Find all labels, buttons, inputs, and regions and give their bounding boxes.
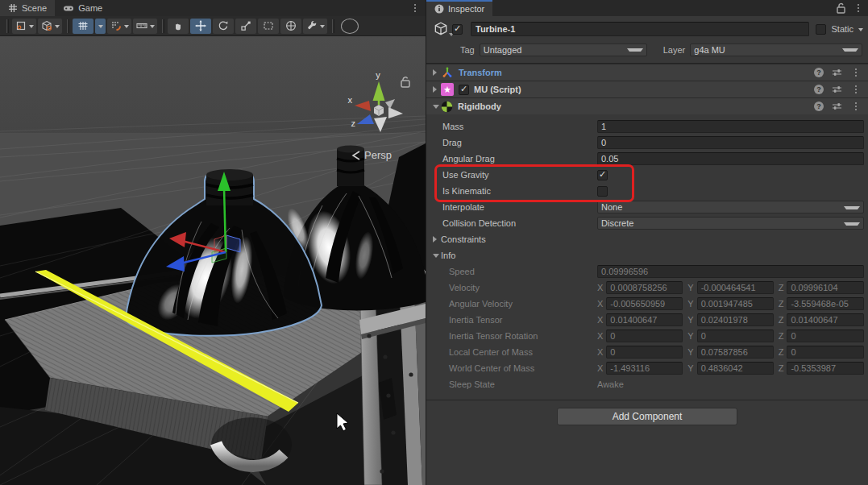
clipped-toolbar-button[interactable] <box>341 19 359 34</box>
component-menu-kebab-icon[interactable] <box>850 83 862 96</box>
snap-settings-button[interactable] <box>107 19 131 34</box>
axis-label-x: X <box>597 347 603 357</box>
component-header-mu-script[interactable]: ★ MU (Script) ? <box>426 81 868 97</box>
foldout-arrow-icon[interactable] <box>431 236 441 242</box>
interpolate-dropdown[interactable]: None <box>597 201 864 213</box>
help-icon[interactable]: ? <box>814 102 824 111</box>
add-component-button[interactable]: Add Component <box>557 408 737 425</box>
inertia-tensor-y-field: 0.02401978 <box>697 313 774 326</box>
world-center-of-mass-y-field: 0.4836042 <box>697 362 774 375</box>
tab-scene[interactable]: Scene <box>0 0 55 16</box>
presets-icon[interactable] <box>832 102 842 111</box>
axis-label-z: Z <box>779 299 784 309</box>
grid-icon <box>8 3 18 13</box>
gameobject-cube-icon[interactable] <box>433 21 452 37</box>
rigidbody-row-local-center-of-mass: Local Center of MassX0Y0.07587856Z0 <box>426 344 868 360</box>
dropdown-arrow-icon <box>844 206 860 212</box>
component-header-transform[interactable]: Transform ? <box>426 64 868 81</box>
static-label: Static <box>831 24 853 34</box>
grid-visibility-dropdown[interactable] <box>95 19 106 34</box>
inspector-panel: Inspector Static <box>426 0 868 485</box>
foldout-arrow-icon[interactable] <box>431 251 441 261</box>
foldout-arrow-icon[interactable] <box>431 69 441 76</box>
rigidbody-title: Rigidbody <box>458 102 501 111</box>
scene-tabbar: Scene Game <box>0 0 426 16</box>
custom-tools-button[interactable] <box>303 19 327 34</box>
static-dropdown-arrow-icon[interactable] <box>858 28 863 34</box>
unlock-icon[interactable] <box>836 2 846 14</box>
presets-icon[interactable] <box>832 85 842 94</box>
help-icon[interactable]: ? <box>814 68 824 77</box>
gameobject-name-field[interactable] <box>471 22 809 36</box>
component-menu-kebab-icon[interactable] <box>850 100 862 113</box>
component-header-rigidbody[interactable]: Rigidbody ? <box>426 97 868 114</box>
draw-mode-button[interactable] <box>12 19 36 34</box>
inertia-tensor-rotation-x-field: 0 <box>606 330 683 342</box>
field-label: Angular Drag <box>442 154 495 164</box>
rotate-tool-button[interactable] <box>213 19 234 34</box>
gizmo-y-label: y <box>376 70 380 80</box>
inspector-menu-kebab-icon[interactable] <box>853 2 864 15</box>
scene-viewport[interactable]: y x z Persp <box>0 36 426 485</box>
snap-increment-button[interactable] <box>133 19 157 34</box>
field-label: Info <box>441 251 455 260</box>
field-label: Interpolate <box>442 202 484 212</box>
tab-game[interactable]: Game <box>55 0 110 16</box>
field-label: Local Center of Mass <box>449 347 533 357</box>
static-checkbox[interactable] <box>816 24 826 35</box>
scene-menu-kebab-icon[interactable] <box>409 2 421 15</box>
view-hand-tool-button[interactable] <box>168 19 189 34</box>
angular-velocity-y-field: 0.001947485 <box>697 297 774 310</box>
velocity-y-field: -0.000464541 <box>697 281 774 294</box>
local-center-of-mass-z-field: 0 <box>787 346 864 359</box>
toolbar-separator <box>67 19 68 33</box>
toolbar-separator <box>6 19 7 33</box>
axis-label-z: Z <box>779 347 784 357</box>
component-menu-kebab-icon[interactable] <box>850 66 862 79</box>
help-icon[interactable]: ? <box>814 85 824 94</box>
script-enabled-checkbox[interactable] <box>459 85 469 95</box>
tag-dropdown[interactable]: Untagged <box>480 44 647 56</box>
use-gravity-checkbox[interactable] <box>597 170 608 180</box>
axis-label-x: X <box>597 299 603 309</box>
grid-visibility-button[interactable] <box>73 19 93 34</box>
rigidbody-row-angular-drag: Angular Drag0.05 <box>426 151 868 167</box>
move-tool-button[interactable] <box>190 19 211 34</box>
velocity-z-field: 0.09996104 <box>787 281 864 294</box>
layer-value: g4a MU <box>694 45 737 55</box>
transform-tool-button[interactable] <box>280 19 301 34</box>
world-center-of-mass-x-field: -1.493116 <box>606 362 683 375</box>
dropdown-arrow-icon <box>627 48 643 54</box>
tab-inspector[interactable]: Inspector <box>426 0 492 16</box>
dropdown-value: Discrete <box>601 218 645 228</box>
is-kinematic-checkbox[interactable] <box>597 186 608 197</box>
value-field[interactable]: 0 <box>597 136 864 149</box>
field-label: Sleep State <box>449 379 495 389</box>
presets-icon[interactable] <box>832 68 842 77</box>
rigidbody-row-interpolate: InterpolateNone <box>426 199 868 215</box>
gameobject-enabled-checkbox[interactable] <box>452 24 463 35</box>
value-field[interactable]: 0.05 <box>597 152 864 165</box>
grid-visibility-icon <box>77 19 89 32</box>
field-label: Constraints <box>441 234 486 244</box>
value-field[interactable]: 1 <box>597 120 864 133</box>
axis-label-z: Z <box>779 363 784 373</box>
axis-label-y: Y <box>687 299 693 309</box>
foldout-arrow-icon[interactable] <box>431 86 441 93</box>
script-title: MU (Script) <box>474 85 521 94</box>
rect-tool-button[interactable] <box>258 19 279 34</box>
field-label: World Center of Mass <box>449 363 534 373</box>
gamepad-icon <box>63 3 74 13</box>
snap-magnet-icon <box>110 19 123 32</box>
axis-label-z: Z <box>779 315 784 325</box>
collision-detection-dropdown[interactable]: Discrete <box>597 217 864 230</box>
view-options-button[interactable] <box>38 19 62 34</box>
foldout-arrow-icon[interactable] <box>431 102 441 112</box>
dropdown-value: None <box>601 202 633 212</box>
velocity-x-field: 0.0008758256 <box>606 281 683 294</box>
axis-label-y: Y <box>687 283 693 292</box>
center-of-mass-icon <box>441 101 453 113</box>
layer-dropdown[interactable]: g4a MU <box>690 44 862 56</box>
scale-tool-button[interactable] <box>235 19 256 34</box>
local-center-of-mass-x-field: 0 <box>606 346 683 359</box>
